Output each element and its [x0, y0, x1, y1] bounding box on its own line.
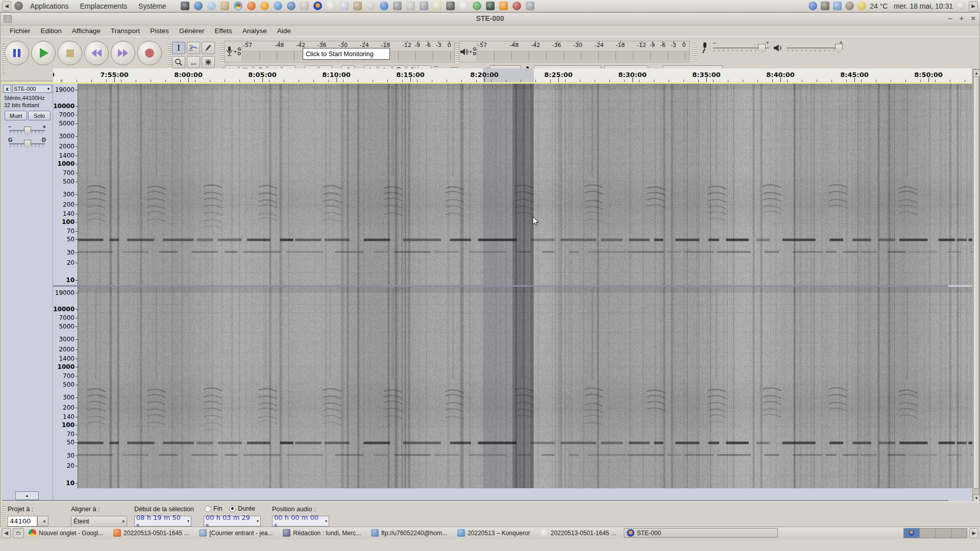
calculator-icon[interactable]	[406, 2, 415, 10]
audacity-icon[interactable]	[313, 2, 322, 10]
firefox-icon[interactable]	[247, 2, 256, 10]
menu-analyse[interactable]: Analyse	[237, 27, 272, 35]
menu-effets[interactable]: Effets	[209, 27, 237, 35]
chromium-icon[interactable]	[274, 2, 282, 10]
timeshift-tool-button[interactable]: ↔	[187, 56, 200, 68]
menu-emplacements[interactable]: Emplacements	[76, 2, 132, 10]
timeline-ruler[interactable]: 7:50:007:55:008:00:008:05:008:10:008:15:…	[53, 68, 972, 83]
pause-button[interactable]	[5, 41, 29, 65]
volume-icon[interactable]	[821, 2, 829, 10]
monitoring-tooltip[interactable]: Click to Start Monitoring	[303, 48, 390, 60]
record-meter-grip[interactable]	[220, 43, 224, 63]
frequency-ruler-right-channel[interactable]: 1900010000700050003000200014001000700500…	[53, 287, 78, 488]
project-rate-arrow[interactable]: ▾	[37, 516, 48, 527]
session-icon[interactable]	[957, 2, 965, 10]
vertical-scroll-thumb[interactable]	[973, 77, 979, 489]
rewind-button[interactable]	[84, 41, 109, 65]
taskbar-collapse-icon[interactable]: ◀	[2, 528, 11, 538]
accessibility-icon[interactable]	[808, 2, 817, 10]
google-earth-icon[interactable]	[287, 2, 296, 10]
menu-affichage[interactable]: Affichage	[67, 27, 106, 35]
audio-position-field[interactable]: 00 h 00 m 00 s▾	[272, 516, 329, 527]
bluefish-icon[interactable]	[207, 2, 216, 10]
forward-button[interactable]	[111, 41, 135, 65]
film-camera-icon[interactable]	[446, 2, 455, 10]
taskbar-item-mail[interactable]: [Courrier entrant - jea...	[197, 529, 275, 537]
maximize-button[interactable]: +	[959, 14, 964, 22]
panel-clock[interactable]: mer. 18 mai, 10:31	[894, 2, 953, 10]
selection-tool-button[interactable]: I	[172, 42, 185, 54]
close-button[interactable]: ×	[971, 14, 975, 22]
menu-fichier[interactable]: Fichier	[5, 27, 36, 35]
pan-slider[interactable]: G D	[7, 138, 47, 150]
taskbar-item-document[interactable]: 20220513-0501-1645 ...	[538, 529, 619, 537]
taskbar-item-audacity[interactable]: STE-000	[624, 528, 778, 538]
gnome-logo-icon[interactable]	[14, 2, 23, 10]
input-volume-slider[interactable]: –+	[713, 42, 769, 54]
parrot-icon[interactable]	[473, 2, 481, 10]
workspace-2[interactable]	[920, 529, 936, 538]
clipboard-icon[interactable]	[353, 2, 362, 10]
menu-edition[interactable]: Edition	[36, 27, 67, 35]
taskbar-item-konqueror[interactable]: 20220513 – Konqueror	[455, 529, 533, 537]
snap-select[interactable]: Éteint▾	[71, 516, 127, 527]
vertical-scrollbar[interactable]: ▲ ▼	[972, 69, 979, 503]
panel-collapse-right-icon[interactable]: ▶	[969, 1, 978, 11]
menu-pistes[interactable]: Pistes	[145, 27, 174, 35]
taskbar-item-chrome[interactable]: Nouvel onglet - Googl...	[26, 529, 106, 537]
selbar-grip[interactable]	[2, 506, 6, 527]
video-editor-icon[interactable]	[420, 2, 428, 10]
mixer-grip[interactable]	[694, 43, 697, 63]
chrome-icon[interactable]	[234, 2, 242, 10]
menu-applications[interactable]: Applications	[26, 2, 73, 10]
track-close-button[interactable]: x	[3, 85, 11, 93]
play-button[interactable]	[31, 41, 56, 65]
workspace-1[interactable]	[904, 529, 920, 538]
darktable-icon[interactable]	[512, 2, 521, 10]
show-desktop-icon[interactable]: 🗀	[13, 528, 24, 538]
thunderbird-icon[interactable]	[194, 2, 203, 10]
menu-systeme[interactable]: Système	[134, 2, 170, 10]
spectrogram-right-channel[interactable]	[78, 287, 973, 488]
weather-icon[interactable]	[857, 2, 866, 10]
tools-icon[interactable]	[526, 2, 534, 10]
taskbar-item-compose[interactable]: Rédaction : lundi, Merc...	[280, 529, 363, 537]
equalizer-icon[interactable]	[486, 2, 495, 10]
spectrogram-left-channel[interactable]	[78, 84, 973, 285]
multi-tool-button[interactable]	[202, 56, 215, 68]
track-collapse-button[interactable]: ▲	[15, 491, 39, 500]
gimp-icon[interactable]	[845, 2, 854, 10]
cinelerra-icon[interactable]	[393, 2, 402, 10]
zoom-tool-button[interactable]	[172, 56, 185, 68]
scroll-down-icon[interactable]: ▼	[973, 494, 980, 502]
workspace-3[interactable]	[936, 529, 951, 538]
workspace-switcher[interactable]	[903, 528, 967, 538]
taskbar-item-ftp-folder[interactable]: ftp://u76052240@hom...	[369, 529, 450, 537]
vlc-icon[interactable]	[499, 2, 508, 10]
stop-button[interactable]	[58, 41, 82, 65]
selection-duration-field[interactable]: 00 h 03 m 29 s▾	[204, 516, 261, 527]
writer-icon[interactable]	[327, 2, 335, 10]
window-titlebar[interactable]: STE-000 – + ×	[1, 13, 979, 26]
panel-collapse-left-icon[interactable]: ◀	[2, 1, 11, 11]
play-meter-grip[interactable]	[455, 43, 459, 63]
selection-start-field[interactable]: 08 h 19 m 50 s▾	[134, 516, 191, 527]
frequency-ruler-left-channel[interactable]: 1900010000700050003000200014001000700500…	[53, 84, 78, 285]
gain-slider[interactable]: – +	[7, 124, 47, 137]
track-title-menu[interactable]: STE-000▼	[12, 85, 52, 93]
spring-toy-icon[interactable]	[300, 2, 309, 10]
playback-meter[interactable]: ▼ GD -57-48-42-36-30-24-18-12-9-6-30	[459, 41, 690, 62]
folder-icon[interactable]	[220, 2, 229, 10]
minimize-button[interactable]: –	[948, 14, 952, 22]
project-rate-select[interactable]: 44100	[8, 516, 37, 527]
draw-tool-button[interactable]	[202, 42, 215, 54]
firefox-beta-icon[interactable]	[260, 2, 269, 10]
switch-icon[interactable]	[459, 2, 468, 10]
taskbar-expand-icon[interactable]: ▶	[969, 528, 978, 538]
record-button[interactable]	[137, 41, 162, 65]
track-control-panel[interactable]: x STE-000▼ Stéréo,44100Hz 32 bits flotta…	[2, 84, 53, 501]
menu-générer[interactable]: Générer	[174, 27, 210, 35]
radio-end[interactable]: Fin	[205, 505, 222, 512]
solo-button[interactable]: Solo	[28, 111, 51, 120]
screen-ruler-icon[interactable]	[433, 2, 442, 10]
